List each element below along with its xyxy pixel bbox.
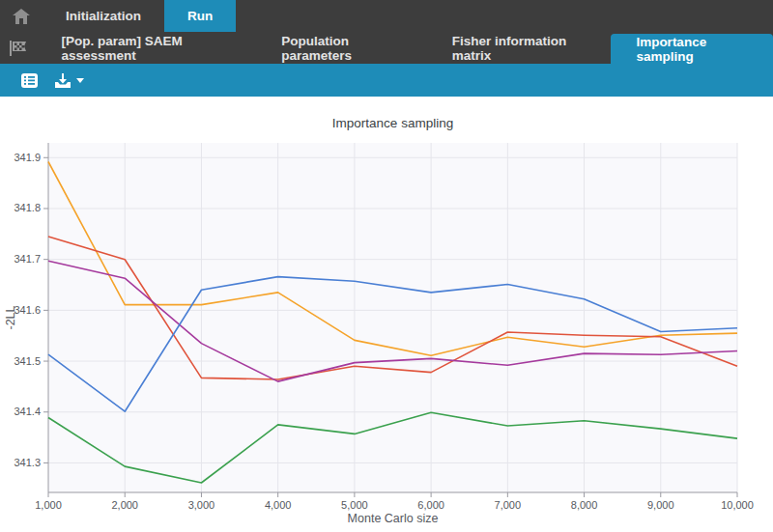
tab-initialization[interactable]: Initialization <box>43 0 164 32</box>
sub-tab-bar: [Pop. param] SAEM assessment Population … <box>0 32 773 64</box>
x-tick-label: 4,000 <box>265 499 292 511</box>
importance-sampling-chart: 341.3341.4341.5341.6341.7341.8341.91,000… <box>0 97 773 532</box>
download-button[interactable] <box>51 70 88 92</box>
y-tick-label: 341.3 <box>14 457 41 468</box>
tab-population-parameters[interactable]: Population parameters <box>256 32 427 64</box>
chart-title: Importance sampling <box>332 116 453 130</box>
y-tick-label: 341.9 <box>14 152 41 163</box>
y-tick-label: 341.4 <box>14 406 41 417</box>
tab-run[interactable]: Run <box>164 0 236 32</box>
x-tick-label: 9,000 <box>647 499 674 511</box>
x-tick-label: 5,000 <box>341 499 368 511</box>
x-tick-label: 10,000 <box>721 499 754 511</box>
caret-down-icon <box>76 78 84 83</box>
tab-saem-assessment[interactable]: [Pop. param] SAEM assessment <box>36 32 256 64</box>
home-icon <box>13 9 30 24</box>
y-tick-label: 341.5 <box>14 355 41 367</box>
download-icon <box>55 73 71 88</box>
x-axis-label: Monte Carlo size <box>348 512 439 525</box>
plot-background <box>48 143 737 492</box>
tab-fisher-information-matrix[interactable]: Fisher information matrix <box>427 32 612 64</box>
x-tick-label: 8,000 <box>571 499 598 511</box>
results-table-icon <box>21 73 38 88</box>
results-table-button[interactable] <box>17 70 42 92</box>
y-axis-label: -2LL <box>4 305 17 329</box>
home-button[interactable] <box>0 0 43 32</box>
y-tick-label: 341.8 <box>14 202 41 213</box>
y-tick-label: 341.7 <box>14 253 41 265</box>
x-tick-label: 6,000 <box>417 499 444 511</box>
x-tick-label: 3,000 <box>188 499 215 511</box>
tab-importance-sampling[interactable]: Importance sampling <box>611 34 773 64</box>
main-tab-bar: Initialization Run <box>0 0 773 32</box>
x-tick-label: 2,000 <box>111 499 138 511</box>
checkered-flag-icon <box>0 32 36 64</box>
y-tick-label: 341.6 <box>14 304 41 316</box>
chart-canvas: 341.3341.4341.5341.6341.7341.8341.91,000… <box>0 97 773 532</box>
x-tick-label: 1,000 <box>35 499 62 511</box>
x-tick-label: 7,000 <box>495 499 522 511</box>
top-navigation: Initialization Run [Pop. param] SAEM ass… <box>0 0 773 64</box>
chart-toolbar <box>0 64 773 97</box>
